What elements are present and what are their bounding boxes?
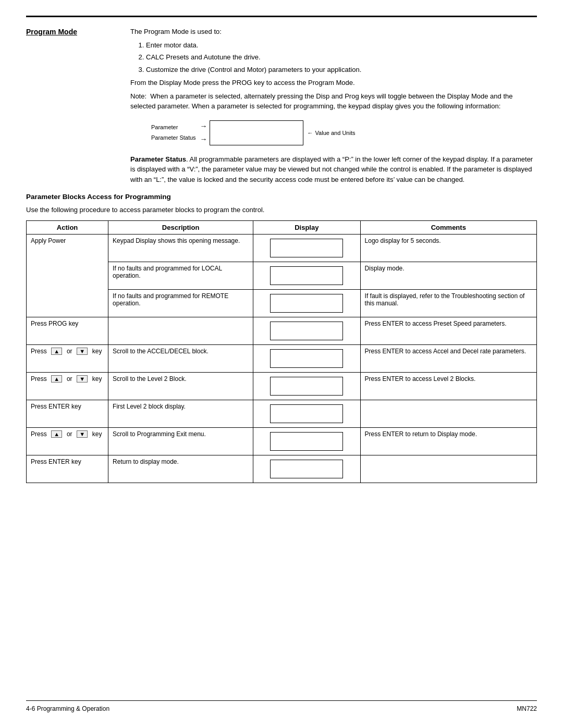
action-apply-power: Apply Power xyxy=(27,234,108,317)
left-arrow: ← xyxy=(308,130,313,136)
note-text: Note: When a parameter is selected, alte… xyxy=(130,91,537,112)
subsection-title: Parameter Blocks Access for Programming xyxy=(26,193,537,201)
page-footer: 4-6 Programming & Operation MN722 xyxy=(26,700,537,712)
action-press-enter-2: Press ENTER key xyxy=(27,455,108,483)
footer-right: MN722 xyxy=(517,705,537,712)
comment-apply-power-2: Display mode. xyxy=(360,262,536,289)
param-status-bold: Parameter Status xyxy=(130,155,186,163)
desc-press-or-1: Scroll to the ACCEL/DECEL block. xyxy=(108,344,253,372)
down-key-1: ▼ xyxy=(77,348,88,355)
comment-press-enter-1 xyxy=(360,400,536,427)
comment-apply-power-3: If fault is displayed, refer to the Trou… xyxy=(360,289,536,317)
desc-press-or-3: Scroll to Programming Exit menu. xyxy=(108,427,253,455)
display-box-7 xyxy=(270,404,343,423)
comment-press-or-2: Press ENTER to access Level 2 Blocks. xyxy=(360,372,536,400)
value-units-text: Value and Units xyxy=(315,130,356,136)
footer-left: 4-6 Programming & Operation xyxy=(26,705,109,712)
table-header-row: Action Description Display Comments xyxy=(27,220,537,234)
comment-press-or-1: Press ENTER to access Accel and Decel ra… xyxy=(360,344,536,372)
action-press-or-1: Press ▲ or ▼ key xyxy=(27,344,108,372)
display-box-2 xyxy=(270,266,343,285)
comment-press-enter-2 xyxy=(360,455,536,483)
param-status-text: . All programmable parameters are displa… xyxy=(130,155,533,183)
value-units-label: ← Value and Units xyxy=(308,130,356,136)
display-box-6 xyxy=(270,377,343,396)
display-diagram: Parameter Parameter Status → → ← Value a… xyxy=(151,120,537,146)
table-row: Apply Power Keypad Display shows this op… xyxy=(27,234,537,262)
list-item-1: Enter motor data. xyxy=(146,40,537,51)
display-press-or-3 xyxy=(253,427,360,455)
comment-press-prog: Press ENTER to access Preset Speed param… xyxy=(360,317,536,344)
table-row: Press ENTER key First Level 2 block disp… xyxy=(27,400,537,427)
desc-press-enter-2: Return to display mode. xyxy=(108,455,253,483)
desc-apply-power-1: Keypad Display shows this opening messag… xyxy=(108,234,253,262)
list-item-2: CALC Presets and Autotune the drive. xyxy=(146,52,537,63)
display-apply-power-1 xyxy=(253,234,360,262)
display-apply-power-3 xyxy=(253,289,360,317)
table-row: Press ▲ or ▼ key Scroll to Programming E… xyxy=(27,427,537,455)
procedure-intro: Use the following procedure to access pa… xyxy=(26,205,537,215)
display-apply-power-2 xyxy=(253,262,360,289)
note-body: When a parameter is selected, alternatel… xyxy=(130,92,512,110)
from-display-text: From the Display Mode press the PROG key… xyxy=(130,78,537,88)
comment-apply-power-1: Logo display for 5 seconds. xyxy=(360,234,536,262)
table-row: Press ENTER key Return to display mode. xyxy=(27,455,537,483)
section-content: The Program Mode is used to: Enter motor… xyxy=(130,27,537,188)
table-row: Press ▲ or ▼ key Scroll to the Level 2 B… xyxy=(27,372,537,400)
diagram-labels: Parameter Parameter Status xyxy=(151,122,196,143)
action-press-or-2: Press ▲ or ▼ key xyxy=(27,372,108,400)
arrows: → → xyxy=(200,120,207,146)
numbered-list: Enter motor data. CALC Presets and Autot… xyxy=(146,40,537,75)
col-comments: Comments xyxy=(360,220,536,234)
col-description: Description xyxy=(108,220,253,234)
display-box-3 xyxy=(270,294,343,313)
col-display: Display xyxy=(253,220,360,234)
display-box-1 xyxy=(270,239,343,257)
desc-apply-power-2: If no faults and programmed for LOCAL op… xyxy=(108,262,253,289)
up-key-1: ▲ xyxy=(51,348,62,355)
page: Program Mode The Program Mode is used to… xyxy=(0,0,563,728)
desc-press-prog xyxy=(108,317,253,344)
comment-press-or-3: Press ENTER to return to Display mode. xyxy=(360,427,536,455)
diagram-display-box xyxy=(210,120,303,145)
intro-text: The Program Mode is used to: xyxy=(130,27,537,37)
display-box-9 xyxy=(270,460,343,478)
param-label: Parameter xyxy=(151,122,196,133)
up-key-3: ▲ xyxy=(51,430,62,438)
down-key-3: ▼ xyxy=(77,430,88,438)
section-label: Program Mode xyxy=(26,27,130,36)
col-action: Action xyxy=(27,220,108,234)
action-press-enter-1: Press ENTER key xyxy=(27,400,108,427)
desc-press-enter-1: First Level 2 block display. xyxy=(108,400,253,427)
note-block: Note: When a parameter is selected, alte… xyxy=(130,91,537,112)
display-press-enter-1 xyxy=(253,400,360,427)
down-key-2: ▼ xyxy=(77,375,88,382)
note-label: Note: xyxy=(130,92,146,100)
procedure-table: Action Description Display Comments Appl… xyxy=(26,220,537,483)
param-status-label: Parameter Status xyxy=(151,133,196,143)
apply-power-text: Apply Power xyxy=(31,237,66,244)
list-item-3: Customize the drive (Control and Motor) … xyxy=(146,65,537,75)
param-status-para: Parameter Status. All programmable param… xyxy=(130,154,537,185)
arrow-1: → xyxy=(200,120,207,133)
table-row: Press PROG key Press ENTER to access Pre… xyxy=(27,317,537,344)
action-press-prog: Press PROG key xyxy=(27,317,108,344)
display-press-prog xyxy=(253,317,360,344)
arrow-2: → xyxy=(200,133,207,146)
display-box-4 xyxy=(270,322,343,340)
subsection-block: Parameter Blocks Access for Programming … xyxy=(26,193,537,483)
display-press-enter-2 xyxy=(253,455,360,483)
program-mode-block: Program Mode The Program Mode is used to… xyxy=(26,27,537,188)
action-press-or-3: Press ▲ or ▼ key xyxy=(27,427,108,455)
display-press-or-1 xyxy=(253,344,360,372)
display-box-5 xyxy=(270,349,343,368)
table-row: Press ▲ or ▼ key Scroll to the ACCEL/DEC… xyxy=(27,344,537,372)
desc-apply-power-3: If no faults and programmed for REMOTE o… xyxy=(108,289,253,317)
desc-press-or-2: Scroll to the Level 2 Block. xyxy=(108,372,253,400)
display-box-8 xyxy=(270,432,343,451)
display-press-or-2 xyxy=(253,372,360,400)
section-title: Program Mode xyxy=(26,28,77,36)
up-key-2: ▲ xyxy=(51,375,62,382)
top-border xyxy=(26,16,537,17)
